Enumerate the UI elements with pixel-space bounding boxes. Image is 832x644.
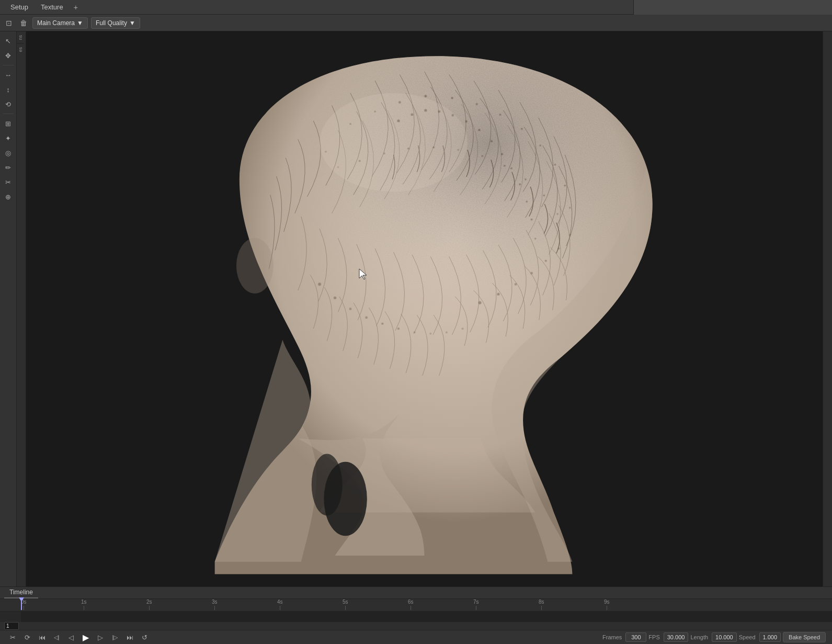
tool-rotate[interactable]: ⟲ <box>2 98 15 110</box>
svg-point-44 <box>557 247 560 250</box>
tool-grid[interactable]: ⊞ <box>2 117 15 130</box>
ruler-tick-6s: 6s <box>408 599 414 610</box>
svg-point-50 <box>381 323 383 325</box>
svg-point-46 <box>318 283 321 286</box>
main-area: ↖ ✥ ↔ ↕ ⟲ ⊞ ✦ ◎ ✏ ✂ ⊕ ns es <box>0 31 832 586</box>
quality-dropdown-arrow: ▼ <box>129 19 135 27</box>
ruler-tick-1s: 1s <box>81 599 87 610</box>
camera-dropdown-arrow: ▼ <box>77 19 83 27</box>
svg-point-34 <box>510 167 512 170</box>
viewport-header: ⊡ 🗑 Main Camera ▼ Full Quality ▼ <box>0 15 832 31</box>
prev-keyframe-button[interactable]: ◁| <box>50 631 63 643</box>
cut-button[interactable]: ✂ <box>6 631 19 643</box>
side-tab-ns[interactable]: ns <box>17 31 24 43</box>
tool-cursor[interactable]: ↖ <box>2 35 15 47</box>
camera-icon-btn[interactable]: ⊡ <box>3 17 15 29</box>
timeline-ruler[interactable]: 0s 1s 2s 3s 4s 5s <box>0 599 832 612</box>
svg-point-49 <box>365 317 368 319</box>
tool-cut[interactable]: ✂ <box>2 176 15 188</box>
svg-point-51 <box>397 327 400 330</box>
left-toolbar: ↖ ✥ ↔ ↕ ⟲ ⊞ ✦ ◎ ✏ ✂ ⊕ <box>0 31 17 586</box>
right-panel-tab[interactable] <box>823 31 825 40</box>
next-frame-button[interactable]: ▷ <box>94 631 107 643</box>
fps-label: FPS <box>648 634 659 640</box>
ruler-tick-7s: 7s <box>473 599 479 610</box>
viewport-canvas[interactable] <box>26 31 823 586</box>
frame-input-row <box>0 622 832 630</box>
svg-point-48 <box>349 308 352 310</box>
prev-frame-button[interactable]: ◁ <box>65 631 77 643</box>
svg-point-23 <box>543 195 545 196</box>
timeline-content[interactable] <box>0 612 832 622</box>
ruler-tick-4s: 4s <box>277 599 283 610</box>
menu-setup[interactable]: Setup <box>4 1 35 13</box>
timeline-info-controls: Frames 300 FPS 30.000 Length 10.000 Spee… <box>602 632 826 642</box>
tool-add[interactable]: ⊕ <box>2 190 15 203</box>
top-menu-bar: Setup Texture + <box>0 0 832 15</box>
ruler-tick-5s: 5s <box>343 599 348 610</box>
frames-value[interactable]: 300 <box>625 632 646 642</box>
tool-move[interactable]: ✥ <box>2 49 15 62</box>
speed-label: Speed <box>739 634 756 640</box>
timeline-track <box>21 612 832 622</box>
svg-point-30 <box>465 120 468 122</box>
refresh-button[interactable]: ↺ <box>138 631 151 643</box>
loop-button[interactable]: ⟳ <box>21 631 33 643</box>
svg-point-35 <box>519 183 521 185</box>
svg-point-56 <box>236 238 273 293</box>
side-tab-es[interactable]: es <box>17 43 24 55</box>
tool-scale-y[interactable]: ↕ <box>2 83 15 96</box>
frames-label: Frames <box>602 634 622 640</box>
next-keyframe-button[interactable]: |▷ <box>109 631 121 643</box>
svg-point-45 <box>569 234 571 236</box>
tool-star[interactable]: ✦ <box>2 132 15 144</box>
last-frame-button[interactable]: ⏭ <box>123 631 136 643</box>
svg-point-32 <box>491 140 493 142</box>
menu-add-tab[interactable]: + <box>70 1 82 14</box>
svg-point-36 <box>526 201 528 203</box>
svg-point-43 <box>545 259 547 262</box>
svg-point-21 <box>504 165 506 167</box>
timeline-tab[interactable]: Timeline <box>4 587 38 598</box>
speed-value[interactable]: 1.000 <box>759 632 781 642</box>
svg-point-52 <box>414 331 416 333</box>
ruler-tick-3s: 3s <box>212 599 218 610</box>
svg-point-8 <box>521 128 523 130</box>
svg-point-9 <box>539 144 541 146</box>
ruler-tick-8s: 8s <box>539 599 544 610</box>
right-side-panel <box>823 31 832 586</box>
menu-texture[interactable]: Texture <box>35 1 70 13</box>
svg-point-33 <box>501 153 503 155</box>
svg-point-54 <box>446 331 448 333</box>
top-right-region <box>633 0 832 15</box>
svg-point-38 <box>534 238 536 239</box>
svg-point-41 <box>515 283 517 286</box>
svg-point-47 <box>334 297 336 299</box>
svg-point-24 <box>557 213 559 214</box>
frame-input-field[interactable] <box>4 622 19 630</box>
timeline-controls: ✂ ⟳ ⏮ ◁| ◁ ▶ ▷ |▷ ⏭ ↺ Frames 300 FPS 30.… <box>0 630 832 644</box>
tool-circle[interactable]: ◎ <box>2 146 15 159</box>
quality-dropdown[interactable]: Full Quality ▼ <box>91 17 140 29</box>
timeline-playhead[interactable] <box>21 597 22 610</box>
tool-scale-x[interactable]: ↔ <box>2 69 15 81</box>
length-label: Length <box>690 634 708 640</box>
first-frame-button[interactable]: ⏮ <box>36 631 48 643</box>
svg-point-42 <box>530 272 533 275</box>
svg-point-31 <box>478 129 480 131</box>
svg-point-40 <box>497 293 499 296</box>
fps-value[interactable]: 30.000 <box>664 632 689 642</box>
svg-point-39 <box>478 301 482 304</box>
camera-dropdown[interactable]: Main Camera ▼ <box>32 17 88 29</box>
trash-icon-btn[interactable]: 🗑 <box>18 17 29 29</box>
length-value[interactable]: 10.000 <box>712 632 737 642</box>
svg-point-11 <box>564 185 566 187</box>
svg-point-59 <box>312 454 343 516</box>
bake-speed-button[interactable]: Bake Speed <box>783 632 826 642</box>
ruler-tick-2s: 2s <box>146 599 152 610</box>
ruler-tick-9s: 9s <box>604 599 610 610</box>
timeline-area: Timeline 0s 1s 2s 3s 4s <box>0 586 832 644</box>
svg-point-53 <box>429 333 431 335</box>
tool-pen[interactable]: ✏ <box>2 161 15 174</box>
play-button[interactable]: ▶ <box>79 631 92 643</box>
